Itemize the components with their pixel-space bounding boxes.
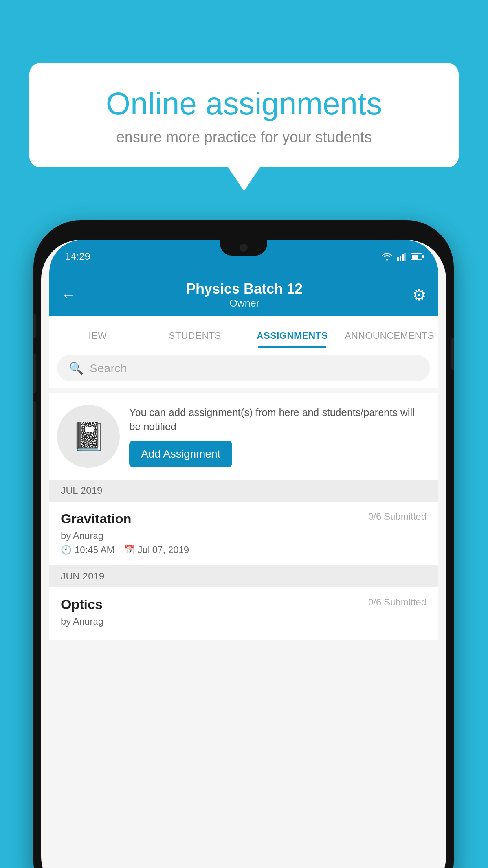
tab-students[interactable]: STUDENTS xyxy=(147,330,244,348)
assignment-row-top: Gravitation 0/6 Submitted xyxy=(61,511,426,526)
header-subtitle: Owner xyxy=(186,297,303,309)
time-item: 🕙 10:45 AM xyxy=(61,544,114,555)
assignment-author: by Anurag xyxy=(61,530,426,541)
tabs-bar: IEW STUDENTS ASSIGNMENTS ANNOUNCEMENTS xyxy=(49,316,438,348)
speech-bubble: Online assignments ensure more practice … xyxy=(29,63,459,167)
search-bar-container: 🔍 Search xyxy=(49,348,438,388)
date-item: 📅 Jul 07, 2019 xyxy=(124,544,189,555)
search-icon: 🔍 xyxy=(69,361,83,375)
tab-assignments[interactable]: ASSIGNMENTS xyxy=(244,330,341,348)
speech-bubble-container: Online assignments ensure more practice … xyxy=(29,63,459,191)
speech-bubble-arrow xyxy=(228,167,260,191)
svg-rect-1 xyxy=(400,256,401,261)
assignment-time-row: 🕙 10:45 AM 📅 Jul 07, 2019 xyxy=(61,544,426,555)
tab-iew[interactable]: IEW xyxy=(49,330,147,348)
promo-card: 📓 You can add assignment(s) from here an… xyxy=(49,393,438,480)
assignment-time: 10:45 AM xyxy=(75,544,114,555)
tab-announcements[interactable]: ANNOUNCEMENTS xyxy=(341,330,438,348)
search-bar[interactable]: 🔍 Search xyxy=(57,355,430,381)
section-header-jul: JUL 2019 xyxy=(49,480,438,502)
search-input-placeholder[interactable]: Search xyxy=(90,362,127,375)
battery-icon xyxy=(411,253,422,260)
calendar-icon: 📅 xyxy=(124,545,134,555)
assignment-date: Jul 07, 2019 xyxy=(138,544,189,555)
assignment-name: Gravitation xyxy=(61,511,131,526)
notch-bump xyxy=(220,240,267,256)
promo-description: You can add assignment(s) from here and … xyxy=(129,405,426,434)
signal-icon xyxy=(397,253,406,261)
content-area: 🔍 Search 📓 You can add assignment(s) fro… xyxy=(49,348,438,868)
phone-frame: 14:29 xyxy=(33,220,454,868)
promo-icon-circle: 📓 xyxy=(57,405,120,468)
promo-text-group: You can add assignment(s) from here and … xyxy=(129,405,426,468)
svg-rect-2 xyxy=(402,254,404,261)
assignment-name-2: Optics xyxy=(61,597,103,612)
assignment-author-2: by Anurag xyxy=(61,616,426,627)
status-bar: 14:29 xyxy=(49,240,438,273)
speech-bubble-subtitle: ensure more practice for your students xyxy=(57,129,431,146)
table-row[interactable]: Optics 0/6 Submitted by Anurag xyxy=(49,587,438,640)
clock-icon: 🕙 xyxy=(61,545,72,555)
status-icons xyxy=(382,253,422,261)
table-row[interactable]: Gravitation 0/6 Submitted by Anurag 🕙 10… xyxy=(49,502,438,565)
header-title-group: Physics Batch 12 Owner xyxy=(186,281,303,309)
header-title: Physics Batch 12 xyxy=(186,281,303,297)
phone-screen: 14:29 xyxy=(41,240,446,868)
status-time: 14:29 xyxy=(65,250,90,263)
svg-rect-0 xyxy=(397,257,399,261)
assignment-row-top-2: Optics 0/6 Submitted xyxy=(61,597,426,612)
phone-power-button xyxy=(451,338,454,370)
section-header-jun: JUN 2019 xyxy=(49,565,438,587)
back-button[interactable]: ← xyxy=(61,286,77,304)
phone-volume-down-button xyxy=(33,401,36,440)
assignment-icon: 📓 xyxy=(72,420,106,452)
app-header: ← Physics Batch 12 Owner ⚙ xyxy=(49,273,438,316)
settings-icon[interactable]: ⚙ xyxy=(412,286,426,304)
svg-rect-3 xyxy=(404,253,406,261)
wifi-icon xyxy=(382,253,393,261)
speech-bubble-title: Online assignments xyxy=(57,86,431,121)
add-assignment-button[interactable]: Add Assignment xyxy=(129,441,232,467)
phone-volume-up-button xyxy=(33,354,36,393)
phone-silent-button xyxy=(33,314,36,338)
assignment-submitted-2: 0/6 Submitted xyxy=(368,597,426,608)
front-camera xyxy=(240,244,248,252)
assignment-submitted: 0/6 Submitted xyxy=(368,511,426,522)
